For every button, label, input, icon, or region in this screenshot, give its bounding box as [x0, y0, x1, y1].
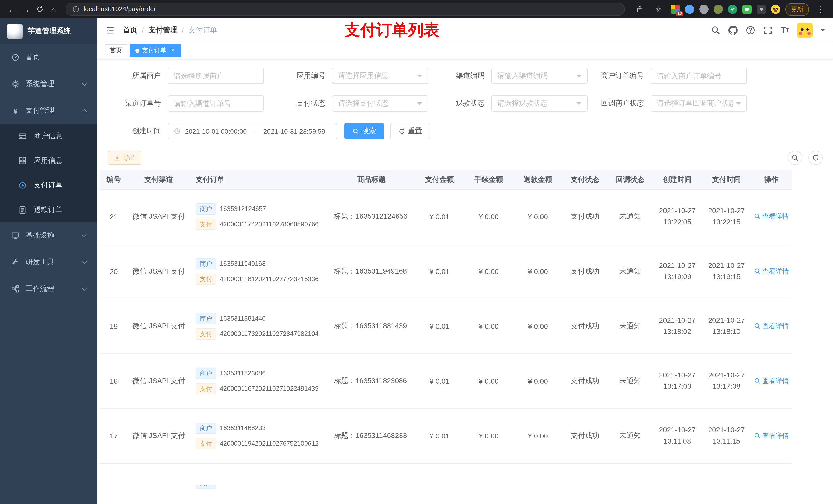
tags-view-bar: 首页 支付订单 ×: [97, 42, 833, 59]
merchant-select-input[interactable]: [168, 68, 264, 84]
pay-tag: 支付: [196, 328, 216, 340]
channel-order-no-input[interactable]: [168, 95, 264, 112]
extension-chat-icon[interactable]: [742, 5, 752, 14]
browser-menu-icon[interactable]: ⋮: [814, 2, 828, 16]
col-refund: 退款金额: [513, 175, 563, 184]
chevron-down-icon: [576, 102, 581, 107]
view-detail-link[interactable]: 查看详情: [754, 322, 789, 331]
fullscreen-icon[interactable]: [763, 26, 772, 35]
toggle-search-icon-button[interactable]: [788, 150, 802, 165]
target-icon: [19, 181, 27, 190]
breadcrumb: 首页 / 支付管理 / 支付订单: [123, 26, 217, 35]
yen-icon: ¥: [11, 106, 20, 115]
sidebar-item-system[interactable]: 系统管理: [0, 71, 97, 97]
app-info-select[interactable]: 请选择应用信息: [332, 68, 428, 84]
filter-label-merchant-order-no: 商户订单编号: [588, 71, 651, 80]
sidebar: 芋道管理系统 首页 系统管理 ¥ 支付管理: [0, 19, 97, 504]
font-size-icon[interactable]: TT: [781, 26, 789, 34]
top-navbar: 首页 / 支付管理 / 支付订单 支付订单列表 TT: [97, 19, 833, 42]
chevron-up-icon: [82, 109, 87, 114]
extension-grey-icon[interactable]: [699, 5, 709, 14]
reset-button[interactable]: 重置: [390, 123, 430, 139]
sidebar-item-app-info[interactable]: 应用信息: [0, 148, 97, 173]
extension-badge: 10: [676, 11, 684, 16]
bank-card-icon: [19, 132, 27, 140]
breadcrumb-home[interactable]: 首页: [123, 26, 137, 35]
tab-home[interactable]: 首页: [104, 44, 127, 57]
site-info-icon[interactable]: [72, 6, 79, 13]
merchant-tag: 商户: [196, 313, 216, 324]
chevron-down-icon: [576, 74, 581, 80]
sidebar-item-merchant-info[interactable]: 商户信息: [0, 124, 97, 148]
filter-label-notify-status: 回调商户状态: [588, 99, 651, 108]
export-button[interactable]: 导出: [108, 150, 141, 165]
extensions-puzzle-icon[interactable]: 10: [671, 5, 680, 14]
table-row: 21 微信 JSAPI 支付 商户1635312124657 支付4200001…: [99, 190, 792, 244]
pay-status-select[interactable]: 请选择支付状态: [332, 95, 428, 112]
sidebar-item-infrastructure[interactable]: 基础设施: [0, 222, 97, 249]
tab-pay-order[interactable]: 支付订单 ×: [130, 44, 181, 57]
range-end: 2021-10-31 23:59:59: [263, 127, 325, 135]
clock-icon: [174, 127, 181, 135]
filter-label-app-no: 应用编号: [264, 71, 332, 80]
merchant-order-no-input[interactable]: [651, 68, 747, 84]
close-icon[interactable]: ×: [169, 47, 176, 54]
pay-tag: 支付: [196, 383, 216, 394]
sidebar-item-refund-order[interactable]: 退款订单: [0, 198, 97, 222]
chevron-down-icon: [82, 259, 87, 264]
cell-pay-order: 商户1635311823086 支付4200001167202110271022…: [190, 368, 328, 394]
breadcrumb-pay-management[interactable]: 支付管理: [148, 26, 177, 35]
github-icon[interactable]: [729, 26, 738, 35]
browser-home-button[interactable]: ⌂: [47, 2, 61, 16]
browser-update-button[interactable]: 更新: [785, 3, 809, 16]
sidebar-item-payment[interactable]: ¥ 支付管理: [0, 97, 97, 124]
extension-green-icon[interactable]: [728, 5, 737, 14]
view-detail-link[interactable]: 查看详情: [754, 377, 789, 386]
merchant-tag: 商户: [196, 258, 216, 269]
browser-forward-button[interactable]: →: [19, 2, 33, 16]
url-bar[interactable]: localhost:1024/pay/order: [66, 3, 625, 16]
browser-back-button[interactable]: ←: [5, 2, 19, 16]
browser-reload-button[interactable]: [33, 2, 47, 16]
pin-extension-icon[interactable]: [757, 5, 766, 14]
search-icon[interactable]: [711, 26, 720, 35]
extension-olive-icon[interactable]: [714, 5, 723, 14]
cell-pay-order: 商户1635311881440 支付4200001173202110272847…: [190, 313, 328, 340]
document-icon: [19, 206, 27, 214]
page-content: 所属商户 应用编号 请选择应用信息 渠道编码 请输入渠道编码 商户订单编号: [97, 59, 833, 504]
sidebar-item-workflow[interactable]: 工作流程: [0, 275, 97, 302]
emoji-extension-icon[interactable]: [771, 5, 780, 14]
user-avatar[interactable]: [797, 23, 812, 38]
table-header-row: 编号 支付渠道 支付订单 商品标题 支付金额 手续金额 退款金额 支付状态 回调…: [99, 170, 792, 190]
view-detail-link[interactable]: 查看详情: [754, 431, 789, 440]
notify-status-select[interactable]: 请选择订单回调商户状态: [651, 95, 747, 112]
sidebar-item-pay-order[interactable]: 支付订单: [0, 173, 97, 198]
col-amount: 支付金额: [415, 175, 464, 184]
avatar-caret-down-icon[interactable]: [821, 29, 825, 33]
extension-blue-icon[interactable]: [685, 5, 694, 14]
merchant-tag: 商户: [196, 485, 216, 489]
filter-label-channel-order-no: 渠道订单号: [108, 99, 168, 108]
app-logo-row: 芋道管理系统: [0, 19, 97, 44]
sidebar-item-home[interactable]: 首页: [0, 44, 97, 71]
channel-code-select[interactable]: 请输入渠道编码: [491, 68, 588, 84]
help-icon[interactable]: [746, 26, 755, 35]
orders-table: 编号 支付渠道 支付订单 商品标题 支付金额 手续金额 退款金额 支付状态 回调…: [99, 170, 792, 504]
search-button[interactable]: 搜索: [344, 123, 384, 139]
refresh-table-icon-button[interactable]: [808, 150, 823, 165]
table-row: 17 微信 JSAPI 支付 商户1635311468233 支付4200001…: [99, 409, 792, 463]
filter-label-refund-status: 退款状态: [428, 99, 491, 108]
refund-status-select[interactable]: 请选择退款状态: [491, 95, 588, 112]
view-detail-link[interactable]: 查看详情: [754, 212, 789, 221]
sidebar-fold-icon[interactable]: [105, 26, 115, 35]
sidebar-item-dev-tools[interactable]: 研发工具: [0, 249, 97, 275]
share-icon[interactable]: [633, 2, 646, 16]
view-detail-link[interactable]: 查看详情: [754, 267, 789, 276]
cell-pay-order: 商户1635311468233 支付4200001194202110276752…: [190, 423, 328, 449]
cell-pay-order: 商户1635311949168 支付4200001181202110277723…: [190, 258, 328, 285]
create-time-range-picker[interactable]: 2021-10-01 00:00:00 - 2021-10-31 23:59:5…: [168, 123, 337, 139]
active-tab-dot: [135, 48, 139, 52]
filter-label-create-time: 创建时间: [108, 126, 168, 136]
col-channel: 支付渠道: [128, 175, 190, 184]
bookmark-star-icon[interactable]: ☆: [652, 2, 665, 16]
